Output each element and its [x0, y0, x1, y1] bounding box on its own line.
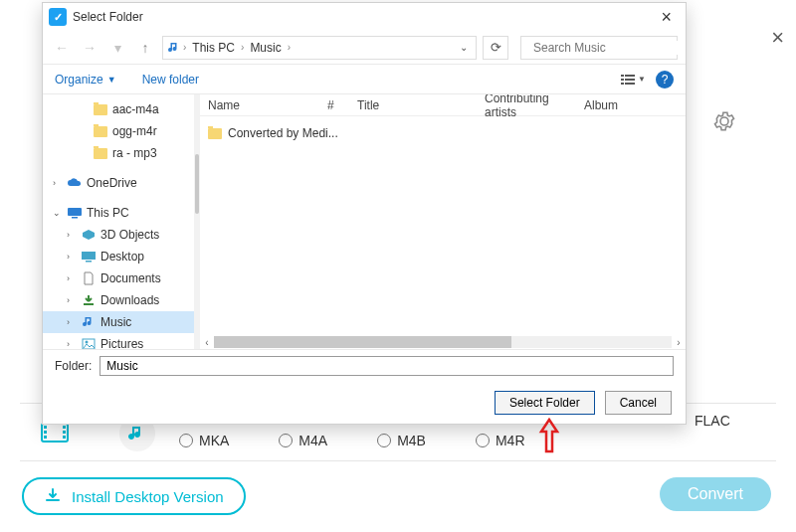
svg-rect-18	[86, 261, 92, 263]
nav-forward-button[interactable]: →	[79, 40, 100, 56]
dialog-toolbar: Organize ▼ New folder ▼ ?	[43, 65, 686, 94]
dialog-close-button[interactable]: ×	[653, 7, 680, 28]
select-folder-button[interactable]: Select Folder	[495, 391, 595, 415]
item-icon	[81, 229, 97, 241]
tree-pc-music[interactable]: ›Music	[43, 311, 194, 333]
svg-rect-15	[68, 208, 82, 216]
col-album[interactable]: Album	[576, 98, 686, 112]
file-name: Converted by Medi...	[228, 126, 338, 140]
chevron-right-icon: ›	[241, 42, 244, 53]
nav-up-button[interactable]: ↑	[134, 40, 156, 56]
cancel-button[interactable]: Cancel	[605, 391, 672, 415]
svg-rect-2	[44, 431, 47, 434]
format-label: M4R	[496, 433, 525, 448]
svg-rect-11	[621, 79, 624, 81]
svg-rect-6	[63, 436, 66, 439]
tree-pc-desktop[interactable]: ›Desktop	[43, 246, 194, 267]
chevron-down-icon: ▼	[638, 75, 646, 84]
file-list[interactable]: Converted by Medi...	[200, 116, 686, 335]
folder-icon	[208, 128, 222, 139]
svg-rect-1	[44, 426, 47, 429]
tree-pc-downloads[interactable]: ›Downloads	[43, 289, 194, 311]
music-icon	[167, 41, 181, 55]
item-icon	[81, 251, 97, 263]
tree-pc-pictures[interactable]: ›Pictures	[43, 333, 194, 349]
new-folder-button[interactable]: New folder	[142, 73, 199, 87]
organize-menu[interactable]: Organize ▼	[55, 73, 116, 87]
tree-folder[interactable]: ra - mp3	[43, 142, 194, 164]
convert-button[interactable]: Convert	[660, 477, 771, 511]
file-row[interactable]: Converted by Medi...	[208, 122, 678, 144]
item-icon	[81, 293, 97, 307]
dialog-title: Select Folder	[73, 10, 143, 24]
tree-splitter[interactable]	[194, 94, 200, 349]
item-icon	[81, 315, 97, 329]
format-flac-label: FLAC	[695, 413, 730, 429]
scroll-right-button[interactable]: ›	[672, 337, 686, 348]
search-box[interactable]	[520, 36, 678, 60]
col-number[interactable]: #	[319, 98, 349, 112]
format-label: M4A	[298, 433, 327, 448]
chevron-down-icon: ▼	[107, 75, 116, 85]
tree-pc-documents[interactable]: ›Documents	[43, 267, 194, 289]
dialog-titlebar: ✓ Select Folder ×	[43, 3, 686, 31]
download-icon	[44, 487, 62, 505]
format-label: MKA	[199, 433, 229, 448]
settings-icon[interactable]	[712, 109, 736, 133]
breadcrumb[interactable]: › This PC › Music › ⌄	[162, 36, 477, 60]
svg-rect-5	[63, 431, 66, 434]
breadcrumb-music[interactable]: Music	[246, 41, 285, 55]
svg-rect-9	[621, 75, 624, 77]
app-icon: ✓	[49, 8, 67, 26]
install-desktop-button[interactable]: Install Desktop Version	[22, 477, 246, 515]
item-icon	[81, 338, 97, 349]
format-m4b[interactable]: M4B	[377, 433, 426, 448]
col-title[interactable]: Title	[349, 98, 477, 112]
format-m4r[interactable]: M4R	[476, 433, 525, 448]
column-headers: Name # Title Contributing artists Album	[200, 94, 686, 116]
svg-rect-3	[44, 436, 47, 439]
folder-input[interactable]	[100, 356, 674, 376]
svg-rect-12	[625, 79, 635, 81]
format-m4a[interactable]: M4A	[279, 433, 327, 448]
tree-folder[interactable]: aac-m4a	[43, 98, 194, 120]
tree-folder[interactable]: ogg-m4r	[43, 120, 194, 142]
chevron-right-icon: ›	[288, 42, 291, 53]
item-icon	[81, 271, 97, 285]
breadcrumb-thispc[interactable]: This PC	[188, 41, 239, 55]
install-label: Install Desktop Version	[72, 488, 224, 505]
view-mode-button[interactable]: ▼	[620, 73, 646, 87]
format-radio-group: MKA M4A M4B M4R	[179, 433, 525, 448]
tree-thispc[interactable]: ⌄This PC	[43, 202, 194, 224]
format-label: M4B	[397, 433, 426, 448]
nav-recent-dropdown[interactable]: ▾	[106, 40, 128, 56]
svg-rect-16	[72, 217, 78, 219]
horizontal-scrollbar[interactable]: ‹ ›	[200, 335, 686, 349]
col-artists[interactable]: Contributing artists	[477, 94, 576, 119]
scroll-thumb[interactable]	[214, 336, 511, 348]
format-mka[interactable]: MKA	[179, 433, 229, 448]
refresh-button[interactable]: ⟳	[483, 36, 508, 60]
dialog-actions: Select Folder Cancel	[43, 382, 686, 424]
scroll-left-button[interactable]: ‹	[200, 337, 214, 348]
svg-rect-10	[625, 75, 635, 77]
col-name[interactable]: Name	[200, 98, 319, 112]
tree-pc-3d-objects[interactable]: ›3D Objects	[43, 224, 194, 246]
app-close-icon[interactable]: ×	[771, 25, 784, 51]
svg-rect-13	[621, 83, 624, 85]
folder-tree[interactable]: aac-m4a ogg-m4r ra - mp3 ›OneDrive ⌄This…	[43, 94, 194, 349]
nav-back-button[interactable]: ←	[51, 40, 73, 56]
scroll-track[interactable]	[214, 336, 672, 348]
folder-input-row: Folder:	[43, 350, 686, 382]
divider	[20, 460, 776, 461]
breadcrumb-dropdown[interactable]: ⌄	[456, 42, 472, 53]
search-input[interactable]	[533, 41, 683, 55]
help-button[interactable]: ?	[656, 71, 674, 89]
svg-rect-14	[625, 83, 635, 85]
svg-rect-17	[82, 252, 96, 260]
tree-onedrive[interactable]: ›OneDrive	[43, 172, 194, 194]
svg-point-20	[86, 341, 89, 344]
annotation-arrow-icon	[537, 418, 561, 453]
svg-rect-4	[63, 426, 66, 429]
navigation-bar: ← → ▾ ↑ › This PC › Music › ⌄ ⟳	[43, 31, 686, 65]
